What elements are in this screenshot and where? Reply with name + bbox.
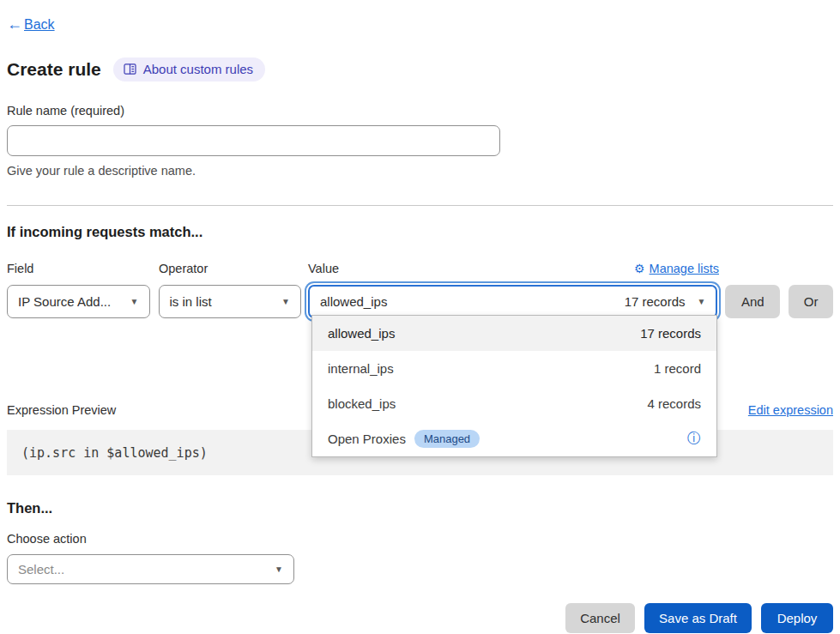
list-item-open-proxies[interactable]: Open Proxies Managed ⓘ (312, 421, 716, 456)
expression-preview-label: Expression Preview (7, 403, 116, 417)
operator-label: Operator (159, 262, 308, 275)
left-arrow-icon: ← (7, 15, 22, 33)
info-icon[interactable]: ⓘ (687, 430, 701, 448)
about-badge-label: About custom rules (143, 62, 253, 76)
footer-actions: Cancel Save as Draft Deploy (7, 603, 833, 633)
expression-code: (ip.src in $allowed_ips) (21, 445, 208, 461)
chevron-down-icon: ▼ (130, 297, 139, 306)
back-link[interactable]: ←Back (7, 15, 55, 33)
list-item-records: 17 records (640, 326, 701, 341)
field-select[interactable]: IP Source Add... ▼ (7, 285, 150, 318)
list-item-name: Open Proxies (328, 432, 406, 446)
deploy-button[interactable]: Deploy (761, 603, 833, 633)
condition-row: IP Source Add... ▼ is in list ▼ allowed_… (7, 285, 833, 318)
section-divider (7, 205, 833, 206)
cancel-button[interactable]: Cancel (565, 603, 635, 633)
list-item-name: allowed_ips (328, 326, 395, 341)
edit-expression-link[interactable]: Edit expression (748, 403, 833, 417)
rule-name-input[interactable] (7, 125, 500, 156)
chevron-down-icon: ▼ (275, 565, 283, 574)
or-button[interactable]: Or (789, 285, 833, 318)
value-label: Value (308, 262, 339, 275)
value-dropdown-panel: allowed_ips 17 records internal_ips 1 re… (311, 315, 717, 457)
save-as-draft-button[interactable]: Save as Draft (644, 603, 752, 633)
operator-select-value: is in list (170, 294, 212, 309)
value-select[interactable]: allowed_ips 17 records ▼ (308, 285, 717, 318)
about-custom-rules-link[interactable]: About custom rules (113, 57, 265, 82)
title-row: Create rule About custom rules (7, 57, 833, 82)
gear-icon: ⚙ (634, 262, 645, 275)
field-label: Field (7, 262, 159, 275)
match-section-title: If incoming requests match... (7, 224, 833, 240)
operator-select[interactable]: is in list ▼ (159, 285, 302, 318)
back-link-label: Back (24, 17, 55, 33)
action-select[interactable]: Select... ▼ (7, 554, 294, 584)
condition-labels-row: Field Operator Value ⚙ Manage lists (7, 262, 833, 275)
and-button[interactable]: And (725, 285, 780, 318)
manage-lists-link[interactable]: ⚙ Manage lists (634, 262, 719, 275)
book-icon (124, 63, 136, 75)
value-records-count: 17 records (625, 294, 686, 309)
list-item-records: 4 records (647, 396, 701, 411)
list-item-internal-ips[interactable]: internal_ips 1 record (312, 351, 716, 386)
managed-badge: Managed (414, 430, 480, 448)
action-select-placeholder: Select... (18, 562, 64, 577)
chevron-down-icon: ▼ (698, 297, 706, 306)
field-select-value: IP Source Add... (18, 294, 111, 309)
list-item-name: blocked_ips (328, 396, 396, 411)
rule-name-label: Rule name (required) (7, 104, 833, 118)
list-item-blocked-ips[interactable]: blocked_ips 4 records (312, 386, 716, 421)
manage-lists-label: Manage lists (650, 262, 719, 275)
page-title: Create rule (7, 59, 101, 80)
then-section-title: Then... (7, 500, 833, 516)
list-item-allowed-ips[interactable]: allowed_ips 17 records (312, 316, 716, 351)
rule-name-helper: Give your rule a descriptive name. (7, 164, 833, 178)
list-item-name: internal_ips (328, 361, 394, 376)
list-item-records: 1 record (654, 361, 701, 376)
value-select-value: allowed_ips (320, 294, 387, 309)
choose-action-label: Choose action (7, 532, 833, 546)
chevron-down-icon: ▼ (281, 297, 290, 306)
back-row: ←Back (7, 0, 833, 33)
